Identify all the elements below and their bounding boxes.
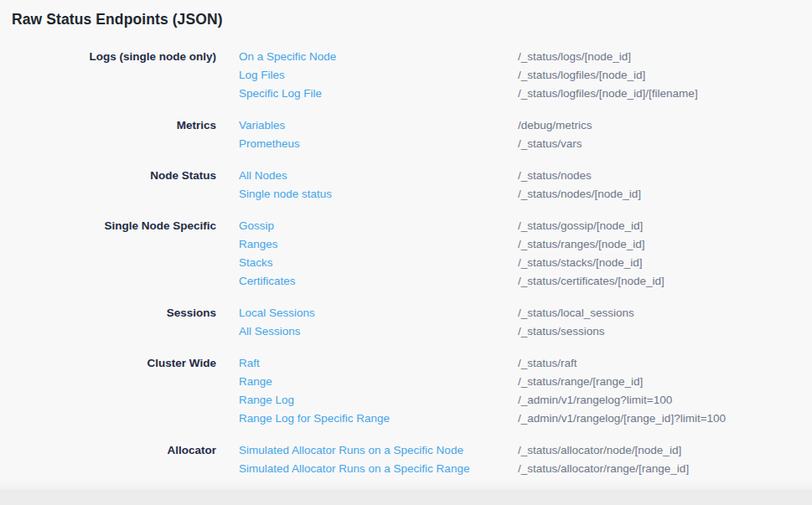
category-label: Metrics [0, 116, 216, 135]
links-column: Gossip Ranges Stacks Certificates [216, 217, 518, 291]
endpoint-link[interactable]: Simulated Allocator Runs on a Specific R… [239, 460, 469, 478]
paths-column: /_status/logs/[node_id] /_status/logfile… [518, 48, 812, 103]
endpoint-path: /debug/metrics [518, 116, 812, 135]
endpoint-path: /_status/range/[range_id] [518, 373, 812, 391]
endpoint-path: /_status/allocator/node/[node_id] [518, 441, 812, 460]
endpoint-path: /_status/local_sessions [518, 304, 812, 322]
endpoint-link[interactable]: Raft [239, 354, 260, 373]
endpoint-path: /_status/gossip/[node_id] [518, 217, 812, 235]
endpoint-path: /_status/certificates/[node_id] [518, 272, 812, 291]
endpoint-link[interactable]: Range [239, 373, 272, 391]
endpoint-link[interactable]: All Nodes [239, 167, 287, 185]
category-label: Allocator [0, 441, 216, 460]
endpoint-link[interactable]: On a Specific Node [239, 48, 336, 66]
endpoint-path: /_status/vars [518, 135, 812, 153]
endpoint-path: /_admin/v1/rangelog/[range_id]?limit=100 [518, 410, 812, 428]
endpoint-path: /_status/logs/[node_id] [518, 48, 812, 66]
paths-column: /_status/raft /_status/range/[range_id] … [518, 354, 812, 428]
endpoint-path: /_status/ranges/[node_id] [518, 235, 812, 254]
endpoint-table: Logs (single node only) On a Specific No… [0, 48, 812, 478]
paths-column: /_status/allocator/node/[node_id] /_stat… [518, 441, 812, 478]
category-label: Cluster Wide [0, 354, 216, 373]
endpoint-link[interactable]: Range Log [239, 391, 294, 410]
endpoint-group-logs: Logs (single node only) On a Specific No… [0, 48, 812, 103]
endpoint-path: /_admin/v1/rangelog?limit=100 [518, 391, 812, 410]
links-column: Variables Prometheus [216, 116, 518, 153]
endpoint-group-sessions: Sessions Local Sessions All Sessions /_s… [0, 304, 812, 341]
endpoint-group-cluster-wide: Cluster Wide Raft Range Range Log Range … [0, 354, 812, 428]
links-column: On a Specific Node Log Files Specific Lo… [216, 48, 518, 103]
links-column: Local Sessions All Sessions [216, 304, 518, 341]
category-label: Sessions [0, 304, 216, 322]
endpoint-link[interactable]: Range Log for Specific Range [239, 410, 390, 428]
endpoint-link[interactable]: Gossip [239, 217, 274, 235]
footer-band [0, 490, 812, 505]
links-column: Raft Range Range Log Range Log for Speci… [216, 354, 518, 428]
links-column: All Nodes Single node status [216, 167, 518, 204]
endpoint-group-node-status: Node Status All Nodes Single node status… [0, 167, 812, 204]
category-label: Logs (single node only) [0, 48, 216, 66]
endpoint-link[interactable]: Variables [239, 116, 285, 135]
endpoint-link[interactable]: Ranges [239, 235, 278, 254]
endpoint-path: /_status/logfiles/[node_id] [518, 66, 812, 85]
paths-column: /_status/nodes /_status/nodes/[node_id] [518, 167, 812, 204]
endpoint-path: /_status/nodes/[node_id] [518, 185, 812, 204]
endpoint-link[interactable]: Stacks [239, 254, 273, 272]
links-column: Simulated Allocator Runs on a Specific N… [216, 441, 518, 478]
endpoint-link[interactable]: Single node status [239, 185, 332, 204]
endpoint-path: /_status/sessions [518, 322, 812, 341]
endpoint-link[interactable]: Log Files [239, 66, 285, 85]
category-label: Single Node Specific [0, 217, 216, 235]
endpoint-path: /_status/allocator/range/[range_id] [518, 460, 812, 478]
endpoint-link[interactable]: Certificates [239, 272, 296, 291]
endpoint-path: /_status/logfiles/[node_id]/[filename] [518, 85, 812, 103]
endpoint-link[interactable]: Simulated Allocator Runs on a Specific N… [239, 441, 463, 460]
paths-column: /_status/gossip/[node_id] /_status/range… [518, 217, 812, 291]
paths-column: /_status/local_sessions /_status/session… [518, 304, 812, 341]
endpoint-path: /_status/stacks/[node_id] [518, 254, 812, 272]
endpoint-group-allocator: Allocator Simulated Allocator Runs on a … [0, 441, 812, 478]
endpoint-link[interactable]: Specific Log File [239, 85, 322, 103]
endpoint-path: /_status/raft [518, 354, 812, 373]
endpoint-link[interactable]: Prometheus [239, 135, 300, 153]
endpoint-link[interactable]: Local Sessions [239, 304, 315, 322]
endpoint-link[interactable]: All Sessions [239, 322, 301, 341]
category-label: Node Status [0, 167, 216, 185]
endpoint-path: /_status/nodes [518, 167, 812, 185]
paths-column: /debug/metrics /_status/vars [518, 116, 812, 153]
endpoint-group-metrics: Metrics Variables Prometheus /debug/metr… [0, 116, 812, 153]
page-title: Raw Status Endpoints (JSON) [12, 11, 812, 28]
endpoint-group-single-node-specific: Single Node Specific Gossip Ranges Stack… [0, 217, 812, 291]
